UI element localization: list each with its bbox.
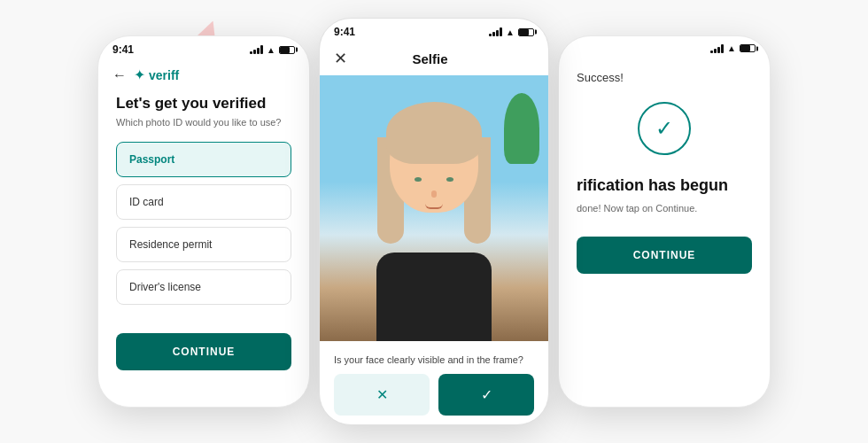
right-status-icons: ▲	[710, 43, 756, 53]
center-wifi-icon: ▲	[506, 27, 515, 37]
nose	[431, 190, 437, 198]
id-option-residence[interactable]: Residence permit	[116, 227, 291, 262]
phones-wrapper: 9:41 ▲ ← ✦ veriff	[97, 18, 771, 425]
tree-decoration	[504, 93, 539, 164]
center-battery-icon	[518, 28, 534, 36]
veriff-brand-text: veriff	[149, 68, 179, 82]
left-continue-button[interactable]: CONTINUE	[116, 333, 291, 370]
selfie-title: Selfie	[412, 51, 447, 66]
veriff-checkmark-icon: ✦	[134, 66, 145, 83]
right-phone-body: Success! ✓ rification has begun done! No…	[559, 57, 770, 229]
left-phone-title: Let's get you verified	[116, 94, 291, 113]
verification-subtitle: done! Now tap on Continue.	[577, 202, 697, 215]
signal-icon	[250, 45, 263, 54]
right-wifi-icon: ▲	[727, 43, 736, 53]
person-hair	[386, 102, 482, 164]
left-phone-body: Let's get you verified Which photo ID wo…	[98, 90, 309, 326]
verification-title: rification has begun	[577, 176, 728, 195]
phone-center: 9:41 ▲ ✕ Selfie	[319, 18, 549, 425]
center-action-buttons: ✕ ✓	[320, 374, 548, 425]
selfie-question: Is your face clearly visible and in the …	[320, 345, 548, 374]
left-status-icons: ▲	[250, 45, 295, 55]
retake-icon: ✕	[376, 386, 388, 403]
id-option-passport[interactable]: Passport	[116, 142, 291, 177]
phone-right: ▲ Success! ✓ rification has begun done! …	[558, 35, 771, 408]
retake-button[interactable]: ✕	[334, 374, 430, 416]
left-status-bar: 9:41 ▲	[98, 36, 309, 59]
eye-right	[446, 177, 453, 182]
right-phone-footer: CONTINUE	[559, 229, 770, 291]
right-continue-button[interactable]: CONTINUE	[577, 237, 752, 274]
right-status-bar: ▲	[559, 36, 770, 57]
center-status-bar: 9:41 ▲	[320, 19, 548, 42]
battery-icon	[279, 46, 295, 54]
id-option-id-card[interactable]: ID card	[116, 184, 291, 220]
success-label: Success!	[577, 71, 624, 84]
person-body	[376, 253, 492, 341]
center-phone-header: ✕ Selfie	[320, 42, 548, 72]
check-icon: ✓	[655, 116, 673, 141]
wifi-icon: ▲	[267, 45, 275, 55]
center-signal-icon	[489, 27, 502, 36]
mouth	[425, 204, 443, 209]
confirm-icon: ✓	[481, 386, 492, 403]
phone-left: 9:41 ▲ ← ✦ veriff	[97, 35, 310, 408]
back-arrow-icon[interactable]: ←	[112, 67, 127, 83]
right-battery-icon	[740, 44, 756, 52]
selfie-photo	[320, 75, 548, 341]
success-circle: ✓	[638, 102, 691, 155]
left-time: 9:41	[112, 43, 134, 56]
id-option-drivers-license[interactable]: Driver's license	[116, 269, 291, 305]
confirm-button[interactable]: ✓	[438, 374, 534, 416]
center-time: 9:41	[334, 26, 355, 38]
close-button[interactable]: ✕	[334, 49, 347, 68]
eye-left	[415, 177, 422, 182]
left-phone-subtitle: Which photo ID would you like to use?	[116, 117, 291, 128]
left-phone-header: ← ✦ veriff	[98, 59, 309, 90]
center-status-icons: ▲	[489, 27, 534, 37]
right-signal-icon	[710, 44, 724, 53]
left-phone-footer: CONTINUE	[98, 326, 309, 388]
veriff-logo: ✦ veriff	[134, 66, 179, 83]
